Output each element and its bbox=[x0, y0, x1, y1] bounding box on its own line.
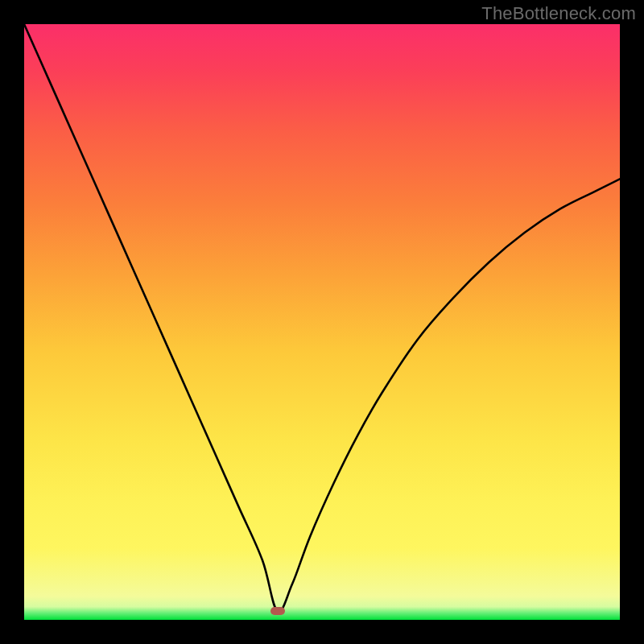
plot-area bbox=[24, 24, 620, 620]
chart-frame: TheBottleneck.com bbox=[0, 0, 644, 644]
watermark-text: TheBottleneck.com bbox=[481, 3, 636, 24]
min-marker-icon bbox=[270, 607, 285, 615]
bottleneck-curve bbox=[24, 24, 620, 620]
